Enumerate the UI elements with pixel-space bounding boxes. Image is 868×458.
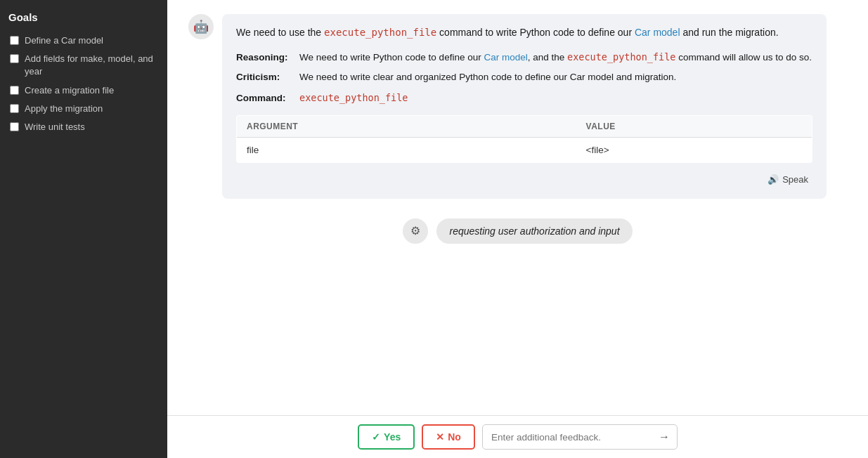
yes-button[interactable]: ✓ Yes bbox=[358, 424, 415, 450]
auth-text: requesting user authorization and input bbox=[449, 225, 619, 237]
goal-label-goal-4: Apply the migration bbox=[25, 103, 103, 115]
main-content: 🤖 We need to use the execute_python_file… bbox=[167, 0, 868, 458]
command-row: Command: execute_python_file bbox=[236, 91, 812, 105]
no-button[interactable]: ✕ No bbox=[422, 424, 475, 450]
chat-area: 🤖 We need to use the execute_python_file… bbox=[167, 0, 868, 415]
car-model-ref: Car model bbox=[635, 27, 680, 38]
feedback-input-wrap: → bbox=[482, 424, 678, 450]
goal-label-goal-1: Define a Car model bbox=[25, 34, 103, 47]
gear-icon: ⚙ bbox=[410, 224, 420, 237]
feedback-submit-button[interactable]: → bbox=[652, 425, 677, 449]
arg-cell-argument: file bbox=[237, 137, 576, 162]
feedback-input[interactable] bbox=[483, 426, 652, 448]
speak-row: 🔊 Speak bbox=[236, 171, 812, 188]
robot-icon: 🤖 bbox=[193, 19, 209, 34]
auth-block: ⚙ requesting user authorization and inpu… bbox=[188, 218, 847, 244]
col-value: VALUE bbox=[576, 115, 812, 137]
reasoning-cmd: execute_python_file bbox=[567, 51, 675, 63]
criticism-value: We need to write clear and organized Pyt… bbox=[299, 70, 676, 84]
goal-item-goal-1: Define a Car model bbox=[8, 32, 159, 50]
reasoning-value: We need to write Python code to define o… bbox=[299, 50, 812, 65]
reasoning-highlight: Car model bbox=[484, 52, 527, 63]
message-block: 🤖 We need to use the execute_python_file… bbox=[188, 14, 847, 199]
reasoning-row: Reasoning: We need to write Python code … bbox=[236, 50, 812, 65]
command-label: Command: bbox=[236, 91, 299, 105]
speak-button[interactable]: 🔊 Speak bbox=[763, 171, 812, 188]
goal-label-goal-2: Add fields for make, model, and year bbox=[25, 53, 157, 78]
goal-checkbox-goal-1[interactable] bbox=[10, 36, 19, 45]
reasoning-label: Reasoning: bbox=[236, 51, 299, 65]
check-icon: ✓ bbox=[372, 431, 380, 443]
goal-item-goal-4: Apply the migration bbox=[8, 100, 159, 118]
table-row: file<file> bbox=[237, 137, 812, 162]
speaker-icon: 🔊 bbox=[767, 174, 779, 185]
sidebar-title: Goals bbox=[8, 11, 159, 23]
criticism-label: Criticism: bbox=[236, 70, 299, 84]
bottom-bar: ✓ Yes ✕ No → bbox=[167, 415, 868, 458]
arg-table-body: file<file> bbox=[237, 137, 812, 162]
goal-checkbox-goal-4[interactable] bbox=[10, 104, 19, 113]
message-intro: We need to use the execute_python_file c… bbox=[236, 25, 812, 40]
yes-label: Yes bbox=[384, 431, 401, 443]
goal-item-goal-2: Add fields for make, model, and year bbox=[8, 50, 159, 81]
arguments-table: ARGUMENT VALUE file<file> bbox=[236, 115, 812, 163]
goal-label-goal-3: Create a migration file bbox=[25, 84, 114, 97]
sidebar: Goals Define a Car modelAdd fields for m… bbox=[0, 0, 167, 458]
speak-label: Speak bbox=[782, 174, 808, 185]
auth-bubble: requesting user authorization and input bbox=[436, 218, 632, 244]
arrow-right-icon: → bbox=[659, 431, 670, 443]
message-content: We need to use the execute_python_file c… bbox=[222, 14, 827, 199]
goals-list: Define a Car modelAdd fields for make, m… bbox=[8, 32, 159, 136]
cross-icon: ✕ bbox=[436, 431, 444, 443]
robot-avatar: 🤖 bbox=[188, 14, 214, 39]
command-value: execute_python_file bbox=[299, 91, 408, 105]
criticism-row: Criticism: We need to write clear and or… bbox=[236, 70, 812, 84]
arg-cell-value: <file> bbox=[576, 137, 812, 162]
gear-avatar: ⚙ bbox=[403, 218, 428, 244]
col-argument: ARGUMENT bbox=[237, 115, 576, 137]
goal-checkbox-goal-3[interactable] bbox=[10, 86, 19, 95]
no-label: No bbox=[448, 431, 461, 443]
goal-label-goal-5: Write unit tests bbox=[25, 121, 85, 133]
goal-checkbox-goal-5[interactable] bbox=[10, 122, 19, 131]
cmd-execute: execute_python_file bbox=[324, 27, 436, 38]
goal-checkbox-goal-2[interactable] bbox=[10, 54, 19, 63]
goal-item-goal-5: Write unit tests bbox=[8, 118, 159, 136]
goal-item-goal-3: Create a migration file bbox=[8, 81, 159, 100]
